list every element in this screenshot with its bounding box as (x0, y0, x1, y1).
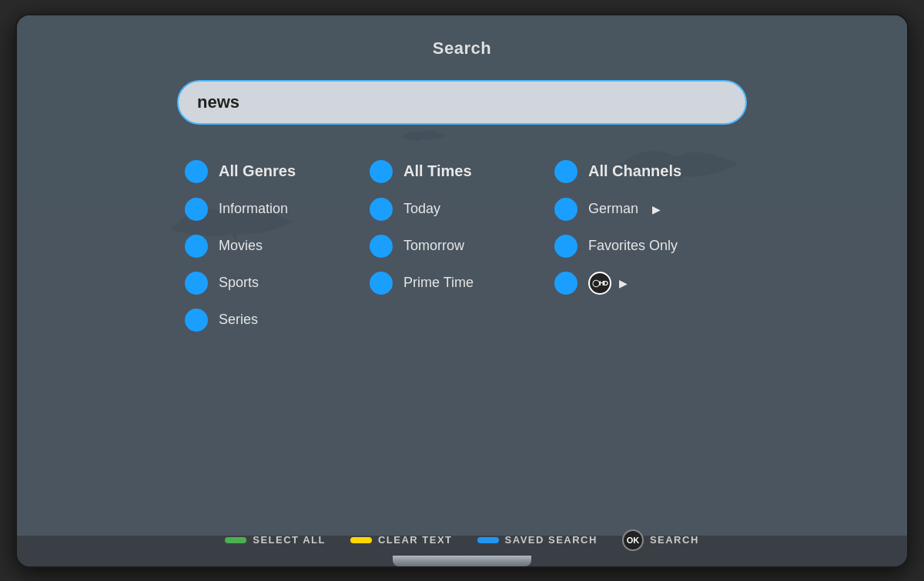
green-strip-icon (225, 537, 246, 543)
search-input-value: news (197, 92, 239, 112)
blue-dot (370, 160, 393, 183)
blue-dot (185, 198, 208, 221)
filter-all-channels-label: All Channels (588, 162, 681, 180)
page-title: Search (433, 38, 491, 58)
blue-dot (554, 160, 578, 183)
search-label: SEARCH (650, 534, 699, 546)
blue-dot (370, 198, 393, 221)
search-bar-container: news (177, 80, 747, 125)
filter-row-information[interactable]: Information (185, 191, 370, 228)
filters-container: All Genres Information Movies Sports Ser… (169, 152, 755, 339)
filter-row-hd[interactable]: ◯HD ▶ (554, 265, 739, 302)
clear-text-action[interactable]: CLEAR TEXT (350, 534, 453, 546)
blue-dot (185, 272, 208, 295)
filter-series-label: Series (219, 312, 258, 328)
arrow-right-hd-icon: ▶ (619, 277, 628, 289)
filter-row-german[interactable]: German ▶ (554, 191, 739, 228)
filter-favorites-label: Favorites Only (588, 238, 678, 254)
filter-tomorrow-label: Tomorrow (403, 238, 464, 254)
blue-dot (370, 235, 393, 258)
filter-row-all-times[interactable]: All Times (370, 152, 554, 191)
arrow-right-icon: ▶ (652, 203, 661, 215)
yellow-strip-icon (350, 537, 372, 543)
filter-column-time: All Times Today Tomorrow Prime Time (370, 152, 554, 339)
bottom-bar: SELECT ALL CLEAR TEXT SAVED SEARCH OK SE… (17, 529, 907, 551)
filter-row-series[interactable]: Series (185, 302, 370, 339)
filter-movies-label: Movies (219, 238, 263, 254)
filter-column-channel: All Channels German ▶ Favorites Only ◯HD… (554, 152, 739, 339)
filter-all-genres-label: All Genres (219, 162, 296, 180)
search-bar[interactable]: news (177, 80, 747, 125)
select-all-label: SELECT ALL (253, 534, 326, 546)
filter-row-all-genres[interactable]: All Genres (185, 152, 370, 191)
search-action[interactable]: OK SEARCH (622, 529, 699, 551)
filter-row-favorites[interactable]: Favorites Only (554, 228, 739, 265)
clear-text-label: CLEAR TEXT (378, 534, 453, 546)
tv-content: Search news All Genres Information (17, 15, 907, 566)
filter-row-prime-time[interactable]: Prime Time (370, 265, 554, 302)
filter-row-today[interactable]: Today (370, 191, 554, 228)
blue-dot (185, 235, 208, 258)
filter-prime-time-label: Prime Time (403, 275, 474, 291)
filter-all-times-label: All Times (403, 162, 472, 180)
filter-row-tomorrow[interactable]: Tomorrow (370, 228, 554, 265)
saved-search-label: SAVED SEARCH (505, 534, 598, 546)
ok-badge: OK (622, 529, 644, 551)
filter-row-movies[interactable]: Movies (185, 228, 370, 265)
blue-dot (370, 272, 393, 295)
filter-column-genre: All Genres Information Movies Sports Ser… (185, 152, 370, 339)
blue-dot (185, 309, 208, 332)
select-all-action[interactable]: SELECT ALL (225, 534, 326, 546)
blue-dot (185, 160, 208, 183)
filter-row-all-channels[interactable]: All Channels (554, 152, 739, 191)
tv-frame: Search news All Genres Information (15, 14, 909, 568)
saved-search-action[interactable]: SAVED SEARCH (477, 534, 598, 546)
blue-strip-icon (477, 537, 499, 543)
hd-badge: ◯HD ▶ (588, 272, 628, 295)
tv-stand (393, 556, 531, 566)
filter-today-label: Today (403, 201, 440, 217)
filter-sports-label: Sports (219, 275, 259, 291)
ok-label: OK (627, 536, 640, 545)
blue-dot (554, 235, 578, 258)
filter-information-label: Information (219, 201, 288, 217)
filter-row-sports[interactable]: Sports (185, 265, 370, 302)
hd-icon: ◯HD (588, 272, 611, 295)
blue-dot (554, 272, 578, 295)
blue-dot (554, 198, 578, 221)
filter-german-label: German (588, 201, 638, 217)
